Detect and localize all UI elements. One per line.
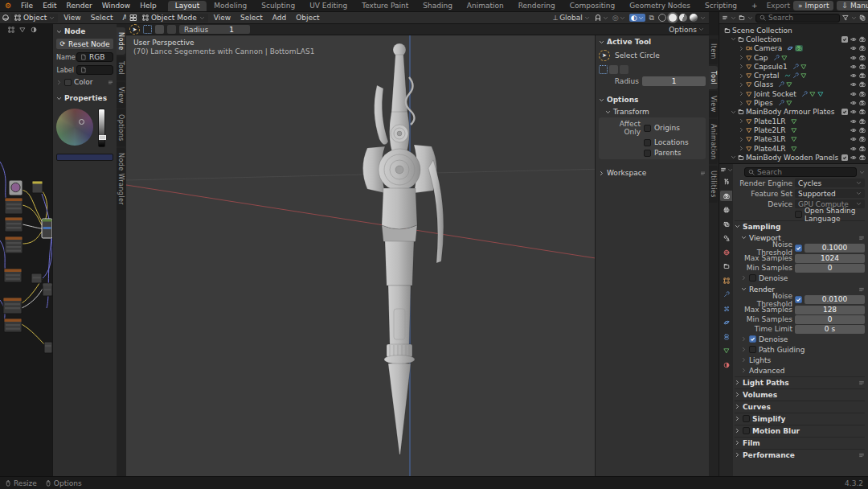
chevron-right-icon[interactable]	[741, 368, 747, 373]
properties-panel-header[interactable]: Properties	[56, 94, 113, 102]
shader-menu-select[interactable]: Select	[87, 14, 117, 22]
render-camera-icon[interactable]	[859, 109, 866, 115]
exclude-checkbox[interactable]	[841, 109, 848, 115]
tab-animation[interactable]: Animation	[709, 119, 718, 164]
eye-icon[interactable]	[850, 118, 857, 125]
render-engine-dropdown[interactable]: Cycles	[795, 179, 865, 187]
active-tool-icon[interactable]: ➤	[129, 24, 140, 35]
tab-material-properties[interactable]	[720, 360, 732, 370]
eye-icon[interactable]	[850, 81, 857, 88]
tab-world-properties[interactable]	[720, 247, 732, 257]
vp-menu-add[interactable]: Add	[268, 14, 290, 22]
menu-render[interactable]: Render	[62, 2, 97, 10]
tab-object-properties[interactable]	[720, 275, 732, 286]
vp-menu-select[interactable]: Select	[236, 14, 267, 22]
shading-material[interactable]	[679, 14, 687, 22]
chevron-right-icon[interactable]	[739, 137, 744, 142]
outliner-row-plate3lr[interactable]: Plate3LR	[719, 135, 868, 144]
motion-blur-checkbox[interactable]	[743, 427, 750, 434]
render-camera-icon[interactable]	[859, 136, 866, 142]
blender-logo-icon[interactable]: ⚙	[0, 2, 16, 10]
eye-icon[interactable]	[850, 109, 857, 115]
eye-icon[interactable]	[850, 36, 857, 43]
tab-options[interactable]: Options	[117, 109, 125, 146]
chevron-right-icon[interactable]	[739, 101, 744, 106]
eye-icon[interactable]	[850, 91, 857, 97]
shading-wireframe[interactable]	[658, 14, 666, 22]
proportional-editing-icon[interactable]: ◎	[612, 14, 619, 22]
radius-field[interactable]: Radius 1	[179, 25, 250, 34]
outliner-row-armour-plates[interactable]: MainBody Armour Plates	[719, 108, 868, 117]
tab-sculpting[interactable]: Sculpting	[254, 1, 302, 11]
reset-node-button[interactable]: ⟳ Reset Node	[56, 39, 113, 49]
chevron-down-icon[interactable]	[731, 154, 736, 160]
outliner-row-pipes[interactable]: Pipes	[719, 98, 868, 107]
scene-display-icon[interactable]	[739, 14, 745, 21]
color-wheel[interactable]	[56, 109, 93, 146]
render-camera-icon[interactable]	[859, 55, 866, 61]
select-mode-subtract-icon[interactable]	[167, 25, 176, 34]
tab-output-properties[interactable]	[720, 205, 732, 216]
outliner-row-plate2lr[interactable]: Plate2LR	[719, 125, 868, 134]
tab-tool[interactable]: Tool	[709, 66, 718, 89]
import-button[interactable]: »Import	[793, 1, 833, 10]
eye-icon[interactable]	[850, 55, 857, 61]
viewport-canvas[interactable]: User Perspective (70) Lance Segements wi…	[126, 35, 709, 476]
eye-icon[interactable]	[850, 45, 857, 51]
new-collection-icon[interactable]	[859, 14, 866, 21]
menu-file[interactable]: File	[16, 2, 38, 10]
chevron-right-icon[interactable]	[741, 275, 747, 281]
outliner-row-scene-collection[interactable]: Scene Collection	[719, 26, 868, 35]
tab-compositing[interactable]: Compositing	[563, 1, 622, 11]
vp-menu-object[interactable]: Object	[292, 14, 323, 22]
tab-particle-properties[interactable]	[720, 303, 732, 314]
simplify-panel-header[interactable]: Simplify	[735, 413, 865, 424]
tab-tool[interactable]: Tool	[117, 56, 125, 80]
render-camera-icon[interactable]	[859, 45, 866, 51]
noise-threshold-field[interactable]: 0.1000	[805, 244, 865, 253]
min-samples-field[interactable]: 0	[795, 264, 865, 273]
render-camera-icon[interactable]	[859, 72, 866, 79]
editor-type-icon[interactable]	[129, 14, 137, 22]
color-swatch[interactable]	[64, 79, 72, 86]
chevron-right-icon[interactable]	[739, 55, 744, 60]
color-row[interactable]: Color	[56, 78, 113, 86]
shader-menu-view[interactable]: View	[59, 14, 84, 22]
origins-checkbox[interactable]	[644, 125, 651, 132]
tab-data-properties[interactable]	[720, 346, 732, 356]
select-mode-new-icon[interactable]	[143, 25, 152, 34]
properties-search-input[interactable]: Search	[744, 167, 857, 177]
overlays-icon[interactable]: ◐	[631, 14, 637, 22]
time-limit-field[interactable]: 0 s	[795, 325, 865, 334]
render-camera-icon[interactable]	[859, 91, 866, 97]
snap-control[interactable]	[594, 14, 608, 22]
preset-icon[interactable]	[858, 452, 865, 458]
outliner-row-wooden-panels[interactable]: MainBody Wooden Panels	[719, 153, 868, 162]
export-button[interactable]: Export	[767, 2, 790, 10]
tab-item[interactable]: Item	[709, 39, 718, 64]
max-samples-field[interactable]: 1024	[795, 254, 865, 263]
node-name-field[interactable]: RGB	[76, 52, 113, 62]
render-noise-threshold-field[interactable]: 0.0100	[805, 295, 865, 304]
select-mode-extend-icon[interactable]	[155, 25, 164, 34]
tab-animation[interactable]: Animation	[460, 1, 511, 11]
tab-render-properties[interactable]	[720, 191, 732, 201]
node-label-field[interactable]	[76, 65, 113, 75]
node-panel-header[interactable]: Node	[56, 27, 113, 35]
chevron-right-icon[interactable]	[741, 347, 747, 352]
exclude-checkbox[interactable]	[841, 36, 848, 43]
transform-orientation-dropdown[interactable]: ⟂ Global	[553, 14, 590, 23]
render-max-samples-field[interactable]: 128	[795, 306, 865, 314]
tab-constraint-properties[interactable]	[720, 331, 732, 342]
preset-icon[interactable]	[858, 380, 865, 386]
render-camera-icon[interactable]	[859, 154, 866, 161]
chevron-right-icon[interactable]	[739, 91, 744, 97]
menu-icon[interactable]	[108, 80, 113, 85]
render-camera-icon[interactable]	[859, 100, 866, 106]
viewport-denoise-checkbox[interactable]	[749, 274, 756, 281]
drag-handle-icon[interactable]	[700, 171, 706, 176]
render-noise-threshold-checkbox[interactable]	[795, 296, 802, 303]
eye-icon[interactable]	[850, 136, 857, 142]
tab-modeling[interactable]: Modeling	[207, 1, 254, 11]
add-workspace-button[interactable]: +	[744, 1, 765, 11]
